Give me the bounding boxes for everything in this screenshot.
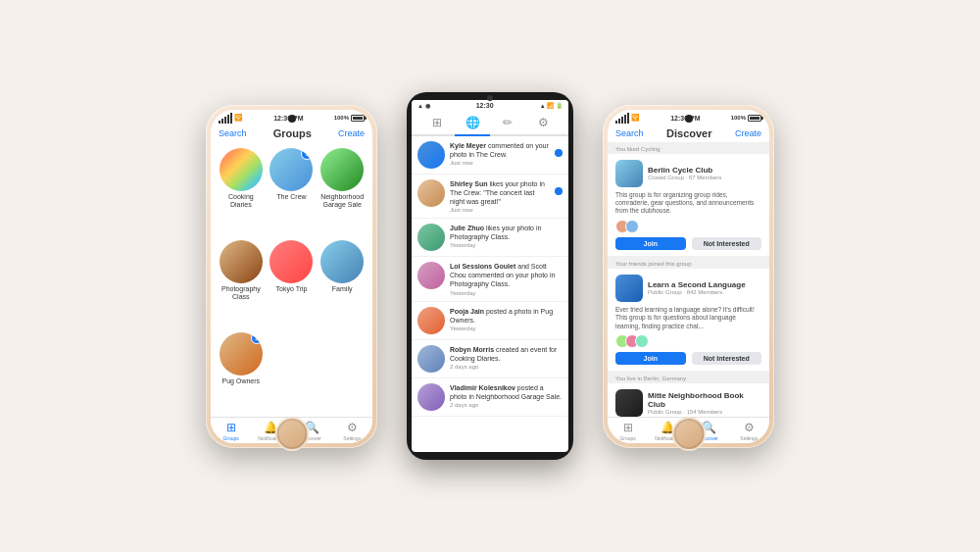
notif-vladimir[interactable]: Vladimir Kolesnikov posted a photo in Ne… <box>412 378 568 417</box>
notif-julie[interactable]: Julie Zhuo likes your photo in Photograp… <box>412 219 568 257</box>
avatar-shirley <box>417 179 445 207</box>
android-signal: ▲ ◉ <box>417 102 430 109</box>
avatar-robyn <box>417 345 445 373</box>
wifi-icon: 🛜 <box>234 114 243 122</box>
bookclub-meta: Public Group · 154 Members <box>648 409 761 415</box>
bookclub-card[interactable]: Mitte Neighborhood Book Club Public Grou… <box>608 383 769 416</box>
notif-content-shirley: Shirley Sun likes your photo in The Crew… <box>450 179 550 206</box>
avatar-julie <box>417 224 445 251</box>
language-desc: Ever tried learning a language alone? It… <box>615 306 761 330</box>
avatar-loi <box>417 262 445 289</box>
bookclub-header: Mitte Neighborhood Book Club Public Grou… <box>615 389 761 416</box>
lang-friend-avatar-3 <box>635 334 649 348</box>
bookclub-icon <box>615 389 643 416</box>
notif-text-loi: Loi Sessions Goulet and Scott Chou comme… <box>450 262 563 295</box>
berlin-cycle-desc: This group is for organizing group rides… <box>615 191 761 216</box>
discover-nav-bar: Search Discover Create <box>608 125 769 142</box>
discover-battery-area: 100% <box>731 115 761 122</box>
avatar-kyle <box>417 141 445 169</box>
crew-badge: 1 <box>301 148 313 160</box>
android-battery-area: ▲ 📶 🔋 <box>540 102 563 109</box>
android-edit-icon: ✏ <box>503 116 513 129</box>
cycling-section-label: You liked Cycling <box>608 142 769 154</box>
language-header: Learn a Second Language Public Group · 8… <box>615 275 761 302</box>
android-tab-settings[interactable]: ⚙ <box>525 111 561 134</box>
create-button[interactable]: Create <box>338 128 365 138</box>
signal-area: 🛜 <box>219 113 243 124</box>
language-not-interested-button[interactable]: Not Interested <box>692 352 762 365</box>
group-item-tokyo[interactable]: Tokyo Trip <box>270 240 315 326</box>
android-status-bar: ▲ ◉ 12:30 ▲ 📶 🔋 <box>412 100 568 111</box>
android-grid-icon: ⊞ <box>432 116 442 129</box>
iphone-groups: 🛜 12:30 PM 100% Search Groups Create <box>206 105 377 448</box>
home-button[interactable] <box>274 417 309 451</box>
group-item-garage[interactable]: NeighborhoodGarage Sale <box>319 148 365 234</box>
android-tab-grid[interactable]: ⊞ <box>419 111 455 134</box>
berlin-join-button[interactable]: Join <box>615 237 686 250</box>
notif-text-shirley: Shirley Sun likes your photo in The Crew… <box>450 179 550 213</box>
notif-text-julie: Julie Zhuo likes your photo in Photograp… <box>450 224 563 248</box>
notif-content-julie: Julie Zhuo likes your photo in Photograp… <box>450 224 563 241</box>
pug-badge: 1 <box>251 332 263 344</box>
notif-dot-kyle <box>555 149 563 157</box>
language-join-button[interactable]: Join <box>615 352 686 365</box>
notif-robyn[interactable]: Robyn Morris created an event for Cookin… <box>412 340 568 378</box>
bookclub-info: Mitte Neighborhood Book Club Public Grou… <box>648 391 761 415</box>
notif-time-loi: Yesterday <box>450 290 563 296</box>
discover-tab-groups[interactable]: ⊞ Groups <box>608 421 648 441</box>
android-tab-globe[interactable]: 🌐 <box>455 111 490 134</box>
group-item-cooking[interactable]: CookingDiaries <box>219 148 264 234</box>
location-section-label: You live in Berlin, Germany <box>608 372 769 383</box>
discover-content: You liked Cycling Berlin Cycle Club Clos… <box>608 142 769 417</box>
group-item-pug[interactable]: 1 Pug Owners <box>219 332 264 411</box>
notif-time-kyle: Just now <box>450 160 550 166</box>
berlin-cycle-buttons: Join Not Interested <box>615 237 761 250</box>
iphone-discover: 🛜 12:30 PM 100% Search Discover Create <box>603 105 774 448</box>
battery-area: 100% <box>334 115 365 122</box>
notif-pooja[interactable]: Pooja Jain posted a photo in Pug Owners.… <box>412 302 568 340</box>
discover-home-button[interactable] <box>671 417 706 451</box>
discover-create-button[interactable]: Create <box>735 128 761 138</box>
iphone-discover-camera <box>685 115 693 123</box>
language-card[interactable]: Learn a Second Language Public Group · 8… <box>608 269 769 371</box>
notif-time-julie: Yesterday <box>450 242 563 248</box>
group-circle-crew: 1 <box>270 148 313 191</box>
friend-avatar-2 <box>625 220 639 233</box>
notif-content-loi: Loi Sessions Goulet and Scott Chou comme… <box>450 262 563 288</box>
discover-search-button[interactable]: Search <box>615 128 644 138</box>
android-notifications: ▲ ◉ 12:30 ▲ 📶 🔋 ⊞ 🌐 ✏ ⚙ <box>407 92 573 460</box>
group-item-family[interactable]: Family <box>319 240 365 326</box>
berlin-cycle-meta: Closed Group · 67 Members <box>648 175 761 180</box>
tab-groups[interactable]: ⊞ Groups <box>211 421 251 441</box>
android-battery-icons: ▲ 📶 🔋 <box>540 102 563 109</box>
group-item-photo[interactable]: PhotographyClass <box>219 240 264 326</box>
discover-tab-settings[interactable]: ⚙ Settings <box>729 421 769 441</box>
friends-section-label: Your friends joined this group <box>608 257 769 269</box>
avatar-vladimir <box>417 383 445 411</box>
groups-title: Groups <box>273 127 312 139</box>
discover-settings-tab-label: Settings <box>740 435 758 441</box>
group-name-cooking: CookingDiaries <box>228 193 254 210</box>
group-circle-family <box>320 240 364 283</box>
berlin-not-interested-button[interactable]: Not Interested <box>692 237 762 250</box>
android-tab-edit[interactable]: ✏ <box>490 111 525 134</box>
tab-settings[interactable]: ⚙ Settings <box>332 421 372 441</box>
phones-container: 🛜 12:30 PM 100% Search Groups Create <box>186 73 794 479</box>
group-item-crew[interactable]: 1 The Crew <box>270 148 315 234</box>
discover-wifi-icon: 🛜 <box>631 114 640 122</box>
berlin-cycle-card[interactable]: Berlin Cycle Club Closed Group · 67 Memb… <box>608 154 769 256</box>
android-settings-icon: ⚙ <box>538 116 549 129</box>
group-name-photo: PhotographyClass <box>221 285 261 302</box>
discover-battery-icon <box>748 115 761 122</box>
discover-signal-area: 🛜 <box>615 113 640 124</box>
notif-kyle[interactable]: Kyle Meyer commented on your photo in Th… <box>412 136 568 175</box>
group-circle-pug: 1 <box>220 332 263 376</box>
search-button[interactable]: Search <box>219 128 247 138</box>
notif-shirley[interactable]: Shirley Sun likes your photo in The Crew… <box>412 175 568 219</box>
notif-loi[interactable]: Loi Sessions Goulet and Scott Chou comme… <box>412 257 568 301</box>
android-nav-tabs: ⊞ 🌐 ✏ ⚙ <box>412 111 568 136</box>
discover-settings-icon: ⚙ <box>744 421 755 434</box>
language-name: Learn a Second Language <box>648 280 761 289</box>
bookclub-name: Mitte Neighborhood Book Club <box>648 391 761 409</box>
settings-tab-label: Settings <box>343 435 361 441</box>
